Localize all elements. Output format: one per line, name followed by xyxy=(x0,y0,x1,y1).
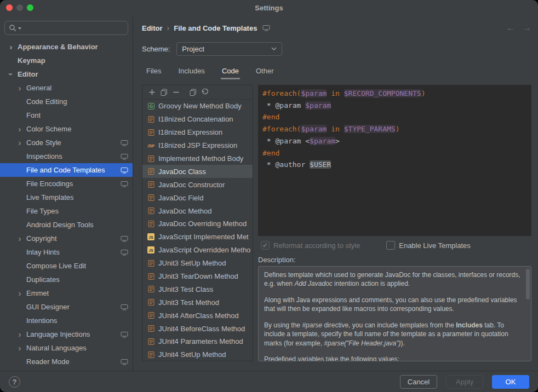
sidebar-item-color-scheme[interactable]: ›Color Scheme xyxy=(0,122,133,136)
chevron-collapsed-icon[interactable]: › xyxy=(14,344,25,352)
sidebar-item-copyright[interactable]: ›Copyright xyxy=(0,232,133,245)
sidebar-item-code-editing[interactable]: Code Editing xyxy=(0,95,133,108)
search-field[interactable] xyxy=(4,21,128,35)
sidebar-item-label: Android Design Tools xyxy=(26,221,94,229)
chevron-collapsed-icon[interactable]: › xyxy=(14,234,25,243)
template-item-junit3-teardown-method[interactable]: JUnit3 TearDown Method xyxy=(142,270,253,283)
sidebar-item-label: Duplicates xyxy=(26,275,60,284)
description-box: Defines template which used to generate … xyxy=(258,266,531,361)
chevron-collapsed-icon[interactable]: › xyxy=(14,289,25,297)
js-icon: JS xyxy=(146,233,156,240)
chevron-collapsed-icon[interactable]: › xyxy=(14,125,25,133)
sidebar-item-appearance-behavior[interactable]: ›Appearance & Behavior xyxy=(0,40,133,54)
sidebar-item-duplicates[interactable]: Duplicates xyxy=(0,273,133,286)
sidebar-item-gui-designer[interactable]: GUI Designer xyxy=(0,300,133,314)
template-item-label: JavaScript Overridden Metho xyxy=(158,246,250,254)
sidebar-item-general[interactable]: ›General xyxy=(0,81,133,95)
template-item-i18nized-expression[interactable]: I18nized Expression xyxy=(142,126,253,139)
sidebar-item-label: File and Code Templates xyxy=(26,166,105,174)
template-item-label: JUnit4 BeforeClass Method xyxy=(158,325,245,333)
settings-sidebar: ›Appearance & BehaviorKeymap›Editor›Gene… xyxy=(0,15,133,371)
sidebar-item-inspections[interactable]: Inspections xyxy=(0,149,133,163)
template-editor[interactable]: #foreach($param in $RECORD_COMPONENTS) *… xyxy=(258,85,531,236)
sidebar-item-label: Editor xyxy=(18,70,38,78)
template-item-i18nized-jsp-expression[interactable]: JSPI18nized JSP Expression xyxy=(142,139,253,152)
sidebar-item-reader-mode[interactable]: Reader Mode xyxy=(0,355,133,368)
sidebar-item-emmet[interactable]: ›Emmet xyxy=(0,286,133,300)
template-item-junit4-afterclass-method[interactable]: JUnit4 AfterClass Method xyxy=(142,309,253,322)
sidebar-item-language-injections[interactable]: ›Language Injections xyxy=(0,327,133,341)
tab-files[interactable]: Files xyxy=(145,64,162,79)
template-item-groovy-new-method-body[interactable]: GGroovy New Method Body xyxy=(142,100,253,113)
sidebar-item-file-types[interactable]: File Types xyxy=(0,204,133,218)
forward-button[interactable]: → xyxy=(523,23,531,33)
enable-live-templates-checkbox[interactable]: ✓ Enable Live Templates xyxy=(386,241,471,250)
sidebar-item-android-design-tools[interactable]: Android Design Tools xyxy=(0,218,133,232)
template-item-implemented-method-body[interactable]: Implemented Method Body xyxy=(142,152,253,165)
template-item-javadoc-overriding-method[interactable]: JavaDoc Overriding Method xyxy=(142,217,253,230)
template-item-javadoc-method[interactable]: JavaDoc Method xyxy=(142,204,253,217)
tab-code[interactable]: Code xyxy=(221,64,240,79)
chevron-collapsed-icon[interactable]: › xyxy=(14,84,25,92)
template-item-label: JavaScript Implemented Met xyxy=(158,233,249,241)
description-scrollbar[interactable] xyxy=(526,269,530,299)
template-item-junit3-setup-method[interactable]: JUnit3 SetUp Method xyxy=(142,257,253,270)
tab-includes[interactable]: Includes xyxy=(177,64,205,79)
template-item-javascript-implemented-met[interactable]: JSJavaScript Implemented Met xyxy=(142,230,253,244)
reset-to-default-button[interactable] xyxy=(200,88,210,97)
template-item-javadoc-constructor[interactable]: JavaDoc Constructor xyxy=(142,178,253,191)
sidebar-item-live-templates[interactable]: Live Templates xyxy=(0,191,133,204)
tab-other[interactable]: Other xyxy=(255,64,275,79)
template-icon xyxy=(146,155,156,163)
sidebar-item-file-and-code-templates[interactable]: File and Code Templates xyxy=(0,163,133,177)
copy-template-button[interactable] xyxy=(159,88,169,97)
description-paragraph: Predefined variables take the following … xyxy=(264,355,524,361)
settings-level-icon xyxy=(121,153,128,160)
template-item-junit4-parameters-method[interactable]: JUnit4 Parameters Method xyxy=(142,335,253,348)
sidebar-item-editor[interactable]: ›Editor xyxy=(0,67,133,81)
sidebar-item-font[interactable]: Font xyxy=(0,108,133,122)
code-line: #end xyxy=(262,111,527,123)
template-icon xyxy=(146,351,156,359)
chevron-collapsed-icon[interactable]: › xyxy=(5,43,16,51)
template-item-label: JUnit4 Parameters Method xyxy=(158,337,243,345)
main-area: ›Appearance & BehaviorKeymap›Editor›Gene… xyxy=(0,15,538,371)
template-item-junit3-test-method[interactable]: JUnit3 Test Method xyxy=(142,296,253,309)
remove-template-button[interactable] xyxy=(171,88,181,97)
sidebar-item-intentions[interactable]: Intentions xyxy=(0,314,133,327)
search-options-chevron-icon[interactable] xyxy=(18,27,21,30)
template-item-javascript-overridden-metho[interactable]: JSJavaScript Overridden Metho xyxy=(142,244,253,257)
add-template-button[interactable] xyxy=(147,88,157,97)
sidebar-item-inlay-hints[interactable]: Inlay Hints xyxy=(0,245,133,259)
scheme-select[interactable]: Project xyxy=(176,42,282,56)
template-item-junit4-beforeclass-method[interactable]: JUnit4 BeforeClass Method xyxy=(142,322,253,335)
template-icon xyxy=(146,194,156,201)
sidebar-item-keymap[interactable]: Keymap xyxy=(0,54,133,67)
template-item-javadoc-field[interactable]: JavaDoc Field xyxy=(142,191,253,204)
back-button[interactable]: ← xyxy=(506,23,515,33)
cancel-button[interactable]: Cancel xyxy=(400,375,437,389)
sidebar-item-code-style[interactable]: ›Code Style xyxy=(0,136,133,149)
help-button[interactable]: ? xyxy=(9,376,20,388)
chevron-collapsed-icon[interactable]: › xyxy=(14,330,25,338)
sidebar-item-label: Compose Live Edit xyxy=(26,262,86,270)
sidebar-item-label: Reader Mode xyxy=(26,358,70,366)
reformat-checkbox[interactable]: ✓ Reformat according to style xyxy=(261,241,360,250)
ok-button[interactable]: OK xyxy=(492,375,529,389)
apply-button[interactable]: Apply xyxy=(446,375,483,389)
close-button[interactable] xyxy=(6,4,13,11)
chevron-expanded-icon[interactable]: › xyxy=(7,69,15,80)
footer: ? Cancel Apply OK xyxy=(0,371,538,392)
code-line: * @param <$param> xyxy=(262,135,527,147)
template-item-i18nized-concatenation[interactable]: I18nized Concatenation xyxy=(142,113,253,126)
sidebar-item-file-encodings[interactable]: File Encodings xyxy=(0,177,133,191)
template-item-junit3-test-class[interactable]: JUnit3 Test Class xyxy=(142,283,253,296)
template-item-javadoc-class[interactable]: JavaDoc Class xyxy=(142,165,253,178)
chevron-collapsed-icon[interactable]: › xyxy=(14,139,25,147)
duplicate-template-button[interactable] xyxy=(188,88,198,97)
sidebar-item-compose-live-edit[interactable]: Compose Live Edit xyxy=(0,259,133,273)
sidebar-item-natural-languages[interactable]: ›Natural Languages xyxy=(0,341,133,355)
breadcrumb-editor[interactable]: Editor xyxy=(142,24,163,32)
zoom-button[interactable] xyxy=(27,4,33,11)
template-item-junit4-setup-method[interactable]: JUnit4 SetUp Method xyxy=(142,348,253,361)
